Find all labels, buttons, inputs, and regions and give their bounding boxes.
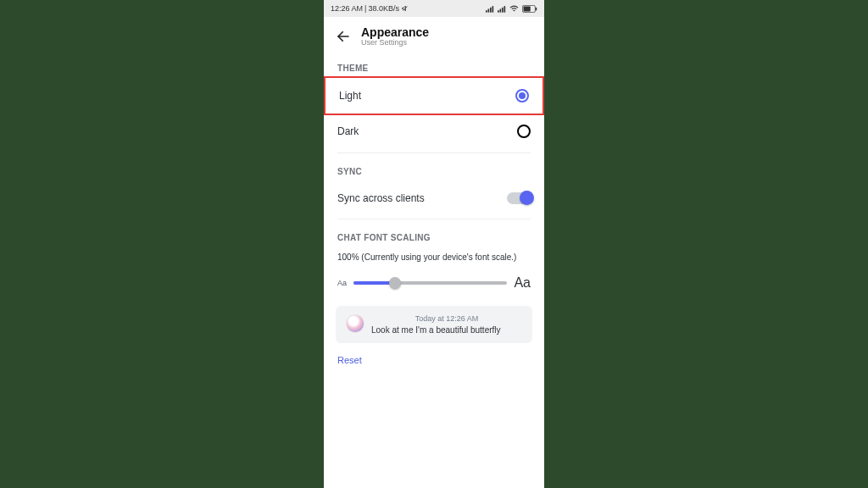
svg-rect-2 (488, 8, 490, 12)
svg-rect-4 (492, 6, 494, 13)
avatar (346, 314, 364, 333)
status-speed: 38.0KB/s (368, 4, 399, 13)
signal-icon-2 (498, 5, 506, 13)
sync-across-clients-row[interactable]: Sync across clients (324, 181, 544, 215)
sync-toggle[interactable] (507, 192, 531, 204)
sync-option-label: Sync across clients (337, 192, 425, 204)
theme-option-label: Dark (337, 125, 359, 137)
slider-thumb[interactable] (389, 277, 401, 289)
radio-unselected-icon (517, 125, 531, 138)
svg-rect-1 (486, 10, 487, 13)
font-size-large-icon: Aa (514, 275, 531, 291)
svg-rect-5 (498, 10, 499, 13)
battery-icon (522, 5, 537, 13)
theme-option-dark[interactable]: Dark (324, 114, 544, 149)
status-bar: 12:26 AM | 38.0KB/s (324, 0, 544, 17)
preview-message: Look at me I'm a beautiful butterfly (371, 325, 522, 335)
font-scaling-section-label: CHAT FONT SCALING (324, 223, 544, 247)
page-header: Appearance User Settings (324, 17, 544, 53)
sync-section-label: SYNC (324, 157, 544, 181)
svg-rect-6 (500, 8, 502, 12)
divider (337, 219, 531, 219)
font-scale-slider[interactable] (353, 281, 507, 285)
chat-preview-card: Today at 12:26 AM Look at me I'm a beaut… (336, 306, 532, 343)
preview-timestamp: Today at 12:26 AM (371, 314, 522, 323)
svg-rect-8 (504, 6, 506, 13)
page-subtitle: User Settings (361, 38, 429, 47)
mute-icon (401, 4, 409, 13)
theme-option-label: Light (339, 90, 361, 102)
wifi-icon (509, 5, 519, 13)
font-scale-value: 100% (Currently using your device's font… (324, 247, 544, 272)
theme-option-light[interactable]: Light (324, 76, 544, 115)
svg-rect-10 (536, 7, 537, 10)
svg-rect-7 (502, 7, 504, 12)
signal-icon (486, 5, 494, 13)
back-icon[interactable] (336, 29, 351, 44)
svg-rect-3 (490, 7, 492, 12)
font-size-small-icon: Aa (337, 279, 347, 287)
font-scale-slider-row: Aa Aa (324, 272, 544, 301)
page-title: Appearance (361, 25, 429, 39)
status-time: 12:26 AM (331, 4, 363, 13)
radio-selected-icon (515, 89, 529, 103)
reset-button[interactable]: Reset (324, 350, 544, 370)
phone-frame: 12:26 AM | 38.0KB/s Appearance User Sett… (324, 0, 544, 488)
svg-rect-11 (524, 6, 531, 11)
divider (337, 152, 531, 153)
theme-section-label: THEME (324, 53, 544, 78)
